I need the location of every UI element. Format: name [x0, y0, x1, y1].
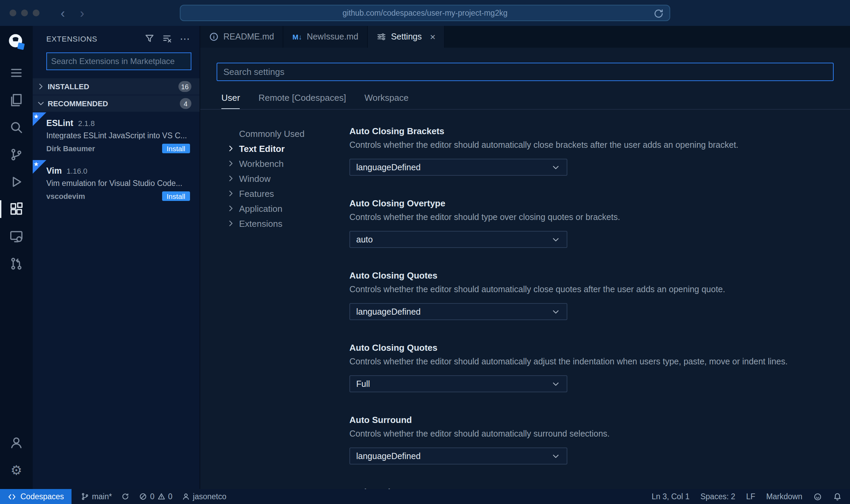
setting-title: Auto Closing Quotes: [349, 343, 834, 353]
settings-tune-icon: [377, 32, 386, 42]
info-icon: [209, 32, 219, 42]
scope-tab-remote[interactable]: Remote [Codespaces]: [258, 93, 346, 109]
extensions-sidebar: EXTENSIONS ⋯ INSTALLED 16: [33, 26, 200, 489]
section-recommended[interactable]: RECOMMENDED 4: [33, 95, 200, 112]
eol-item[interactable]: LF: [746, 492, 755, 501]
extension-description: Integrates ESLint JavaScript into VS C..…: [46, 131, 190, 140]
toc-item-commonly-used[interactable]: Commonly Used: [226, 126, 349, 141]
toc-item-extensions[interactable]: Extensions: [226, 216, 349, 231]
scope-tab-workspace[interactable]: Workspace: [364, 93, 409, 109]
extension-author: vscodevim: [46, 192, 162, 200]
extensions-icon[interactable]: [0, 195, 33, 223]
filter-icon[interactable]: [144, 33, 155, 44]
menu-icon[interactable]: [0, 59, 33, 86]
browser-chrome: ‹ › github.com/codespaces/user-my-projec…: [0, 0, 850, 26]
toc-item-workbench[interactable]: Workbench: [226, 156, 349, 171]
extension-list-item-vim[interactable]: ★ Vim 1.16.0 Vim emulation for Visual St…: [33, 160, 200, 208]
browser-forward-button[interactable]: ›: [73, 6, 92, 19]
tab-newissue[interactable]: M↓ NewIssue.md: [284, 26, 368, 48]
more-actions-icon[interactable]: ⋯: [180, 35, 190, 42]
settings-toc: Commonly Used Text Editor Workbench: [217, 126, 349, 489]
cursor-position-item[interactable]: Ln 3, Col 1: [651, 492, 689, 501]
setting-description: Controls whether the editor should autom…: [349, 140, 834, 150]
recommended-star-icon: ★: [33, 112, 46, 126]
setting-auto-closing-overtype: Auto Closing Overtype Controls whether t…: [349, 198, 834, 248]
toc-item-application[interactable]: Application: [226, 201, 349, 216]
markdown-icon: M↓: [293, 33, 302, 41]
setting-auto-indent: Auto Closing Quotes Controls whether the…: [349, 343, 834, 392]
section-installed[interactable]: INSTALLED 16: [33, 78, 200, 95]
extension-version: 2.1.8: [78, 119, 95, 127]
setting-dropdown[interactable]: languageDefined: [349, 303, 567, 320]
window-close-button[interactable]: [10, 10, 16, 16]
clear-search-results-icon[interactable]: [162, 33, 172, 44]
setting-dropdown[interactable]: auto: [349, 231, 567, 248]
warnings-icon: [157, 492, 166, 501]
settings-search-input[interactable]: [223, 67, 827, 77]
close-icon[interactable]: ×: [430, 32, 435, 42]
window-minimize-button[interactable]: [21, 10, 28, 16]
manage-gear-icon[interactable]: ⚙: [0, 456, 33, 484]
url-text: github.com/codespaces/user-my-project-mg…: [343, 9, 508, 17]
setting-dropdown[interactable]: languageDefined: [349, 447, 567, 464]
settings-search-box: [217, 63, 834, 81]
tab-readme[interactable]: README.md: [200, 26, 284, 48]
codespaces-status-item[interactable]: Codespaces: [0, 489, 72, 504]
settings-editor: User Remote [Codespaces] Workspace Commo…: [200, 48, 850, 489]
scope-tab-user[interactable]: User: [221, 93, 240, 109]
window-controls: [10, 10, 40, 16]
github-logo-icon[interactable]: [7, 33, 26, 51]
recommended-count-badge: 4: [180, 98, 191, 109]
tab-label: README.md: [223, 32, 274, 42]
tab-settings[interactable]: Settings ×: [368, 26, 445, 48]
setting-title: Auto Closing Overtype: [349, 198, 834, 208]
setting-title: Auto Surround: [349, 415, 834, 425]
app-main: ⚙ EXTENSIONS ⋯: [0, 26, 850, 489]
chevron-down-icon: [551, 379, 561, 389]
pull-requests-icon[interactable]: [0, 250, 33, 277]
window-maximize-button[interactable]: [33, 10, 40, 16]
setting-description: Controls whether the editor should autom…: [349, 429, 834, 439]
codespaces-icon: [7, 492, 16, 501]
remote-explorer-icon[interactable]: [0, 223, 33, 250]
language-mode-item[interactable]: Markdown: [766, 492, 802, 501]
toc-item-text-editor[interactable]: Text Editor: [226, 141, 349, 156]
search-icon[interactable]: [0, 114, 33, 141]
problems-status-item[interactable]: 0 0: [139, 492, 173, 501]
extension-list-item-eslint[interactable]: ★ ESLint 2.1.8 Integrates ESLint JavaScr…: [33, 112, 200, 160]
branch-status-item[interactable]: main*: [81, 492, 112, 501]
branch-icon: [81, 492, 89, 501]
feedback-icon[interactable]: [813, 492, 822, 501]
chevron-right-icon: [226, 159, 236, 168]
install-button[interactable]: Install: [162, 191, 190, 201]
account-icon[interactable]: [0, 429, 33, 456]
explorer-icon[interactable]: [0, 86, 33, 114]
dropdown-value: languageDefined: [356, 162, 421, 172]
chevron-down-icon: [36, 99, 46, 108]
warnings-count: 0: [168, 492, 173, 501]
extension-name: ESLint: [46, 119, 73, 128]
browser-back-button[interactable]: ‹: [53, 6, 73, 19]
toc-item-features[interactable]: Features: [226, 186, 349, 201]
url-bar[interactable]: github.com/codespaces/user-my-project-mg…: [180, 5, 670, 21]
install-button[interactable]: Install: [162, 144, 190, 153]
notifications-bell-icon[interactable]: [833, 492, 842, 501]
setting-description: Controls whether the editor should autom…: [349, 285, 834, 294]
run-and-debug-icon[interactable]: [0, 168, 33, 195]
indentation-item[interactable]: Spaces: 2: [701, 492, 735, 501]
toc-item-window[interactable]: Window: [226, 171, 349, 186]
codespaces-label: Codespaces: [20, 492, 64, 501]
sync-status-item[interactable]: [122, 492, 130, 501]
refresh-icon[interactable]: [653, 8, 664, 19]
errors-icon: [139, 492, 147, 501]
setting-title: Code Actions On Save: [349, 487, 834, 489]
chevron-right-icon: [226, 144, 236, 153]
setting-dropdown[interactable]: languageDefined: [349, 159, 567, 176]
user-icon: [182, 492, 190, 501]
extensions-search-input[interactable]: [51, 57, 187, 66]
user-status-item[interactable]: jasonetco: [182, 492, 226, 501]
recommended-star-icon: ★: [33, 160, 46, 174]
source-control-icon[interactable]: [0, 141, 33, 168]
setting-dropdown[interactable]: Full: [349, 375, 567, 392]
setting-description: Controls whether the editor should type …: [349, 212, 834, 222]
